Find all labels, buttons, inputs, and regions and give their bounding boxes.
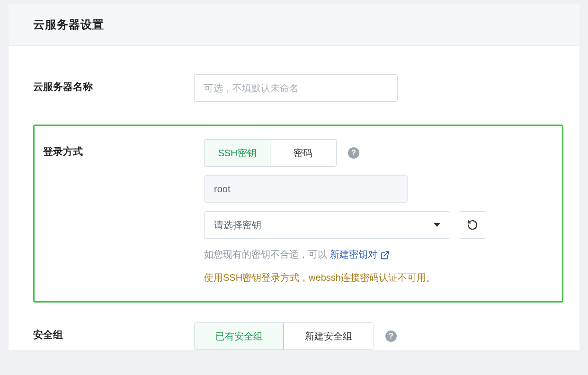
- external-link-icon: [380, 247, 390, 261]
- username-field: root: [204, 175, 408, 203]
- create-keypair-link[interactable]: 新建密钥对: [330, 247, 390, 261]
- create-keypair-link-text: 新建密钥对: [330, 247, 377, 261]
- username-value: root: [214, 184, 230, 195]
- ssh-key-select[interactable]: 请选择密钥: [204, 211, 450, 239]
- login-method-password[interactable]: 密码: [270, 140, 336, 166]
- page-title: 云服务器设置: [33, 17, 579, 32]
- security-group-existing[interactable]: 已有安全组: [194, 322, 284, 350]
- help-icon[interactable]: ?: [348, 147, 359, 159]
- refresh-icon: [467, 219, 478, 231]
- security-group-label: 安全组: [33, 322, 194, 341]
- server-name-row: 云服务器名称: [33, 74, 563, 102]
- security-group-toggle: 已有安全组 新建安全组: [194, 322, 374, 350]
- refresh-button[interactable]: [459, 211, 486, 239]
- ssh-key-placeholder: 请选择密钥: [214, 219, 261, 232]
- svg-line-0: [384, 251, 388, 256]
- security-group-row: 安全组 已有安全组 新建安全组 ?: [33, 322, 563, 350]
- key-hint: 如您现有的密钥不合适，可以 新建密钥对: [204, 247, 553, 261]
- ssh-warning: 使用SSH密钥登录方式，webssh连接密码认证不可用。: [204, 270, 553, 285]
- server-name-label: 云服务器名称: [33, 74, 194, 93]
- login-method-section: 登录方式 SSH密钥 密码 ? root: [33, 125, 563, 303]
- login-method-label: 登录方式: [43, 139, 204, 158]
- help-icon[interactable]: ?: [385, 330, 397, 342]
- settings-header: 云服务器设置: [9, 4, 579, 46]
- server-name-input[interactable]: [194, 74, 398, 102]
- key-hint-prefix: 如您现有的密钥不合适，可以: [204, 249, 330, 259]
- login-method-ssh-key[interactable]: SSH密钥: [204, 139, 270, 167]
- security-group-create-new[interactable]: 新建安全组: [284, 323, 374, 349]
- chevron-down-icon: [434, 223, 440, 227]
- login-method-toggle: SSH密钥 密码: [204, 139, 337, 167]
